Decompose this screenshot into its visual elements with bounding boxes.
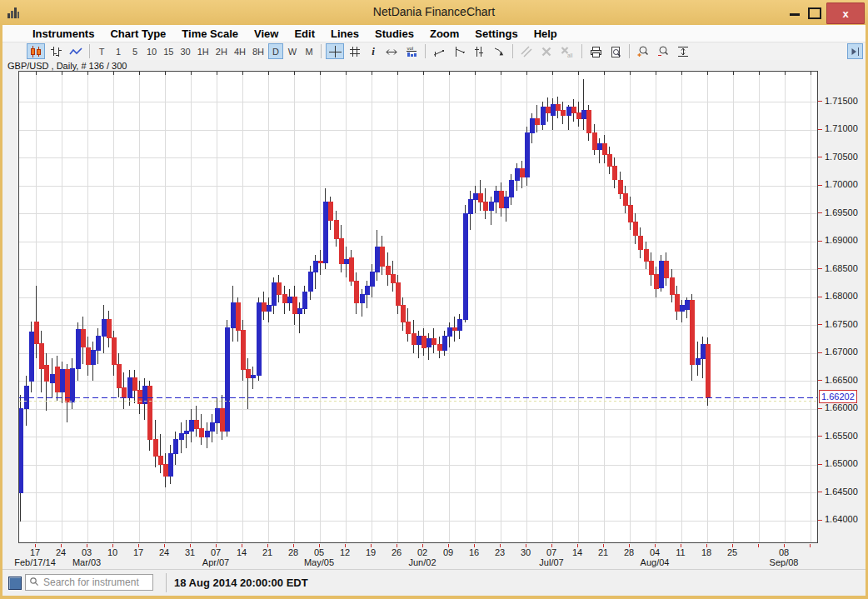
price-tick-label: 1.67000 — [825, 347, 858, 357]
line-chart-button[interactable] — [67, 43, 85, 59]
instrument-search-box[interactable] — [25, 574, 153, 591]
zoom-out-button[interactable] — [654, 43, 672, 59]
interval-15-button[interactable]: 15 — [161, 43, 176, 59]
candlestick-plot[interactable] — [18, 71, 818, 543]
interval-1h-button[interactable]: 1H — [195, 43, 212, 59]
interval-w-button[interactable]: W — [285, 43, 300, 59]
price-tick-label: 1.68500 — [825, 263, 858, 273]
price-tick-label: 1.70000 — [825, 179, 858, 189]
menu-item-lines[interactable]: Lines — [327, 27, 362, 41]
toolbar-separator — [321, 44, 322, 58]
menu-bar: InstrumentsChart TypeTime ScaleViewEditL… — [2, 25, 866, 42]
time-tick-day-label: 28 — [288, 547, 298, 557]
time-tick-day-label: 28 — [624, 547, 634, 557]
price-tick-label: 1.68000 — [825, 291, 858, 301]
pin-panel-button[interactable] — [847, 43, 863, 59]
price-tick-label: 1.65500 — [825, 431, 858, 441]
quote-timestamp: 18 Aug 2014 20:00:00 EDT — [174, 577, 308, 589]
menu-item-settings[interactable]: Settings — [471, 27, 521, 41]
toolbar-separator — [629, 44, 630, 58]
time-tick-day-label: 19 — [366, 547, 376, 557]
interval-2h-button[interactable]: 2H — [213, 43, 230, 59]
ohlc-bar-chart-button[interactable] — [47, 43, 65, 59]
parallel-lines-button[interactable] — [470, 43, 488, 59]
price-tick — [818, 297, 822, 297]
time-tick — [758, 544, 759, 547]
trend-line-button[interactable] — [430, 43, 448, 59]
delete-selected-button[interactable] — [537, 43, 556, 59]
time-tick-day-label: 07 — [546, 547, 556, 557]
time-axis[interactable]: 17Feb/17/142403Mar/031017243107Apr/07142… — [18, 544, 860, 569]
crosshair-button[interactable] — [326, 43, 344, 59]
interval-10-button[interactable]: 10 — [144, 43, 159, 59]
time-tick-day-label: 10 — [107, 547, 117, 557]
time-tick-day-label: 21 — [598, 547, 608, 557]
price-tick — [818, 101, 822, 102]
grid-button[interactable] — [346, 43, 364, 59]
menu-item-studies[interactable]: Studies — [372, 27, 417, 41]
price-tick — [818, 241, 822, 242]
interval-30-button[interactable]: 30 — [178, 43, 193, 59]
delete-all-button[interactable]: all — [557, 43, 577, 59]
maximize-button[interactable] — [808, 7, 821, 19]
interval-4h-button[interactable]: 4H — [232, 43, 248, 59]
price-tick — [818, 185, 822, 186]
menu-item-time-scale[interactable]: Time Scale — [178, 27, 242, 41]
chart-panel: GBP/USD , Daily, # 136 / 300 1.66202 1.7… — [2, 60, 866, 569]
menu-item-help[interactable]: Help — [531, 27, 561, 41]
time-tick-day-label: 17 — [133, 547, 143, 557]
menu-item-edit[interactable]: Edit — [291, 27, 318, 41]
price-tick-label: 1.69000 — [825, 235, 858, 245]
price-tick — [818, 408, 822, 409]
interval-m-button[interactable]: M — [302, 43, 317, 59]
fit-vertical-button[interactable] — [674, 43, 692, 59]
price-tick-label: 1.67500 — [825, 319, 858, 329]
menu-item-view[interactable]: View — [251, 27, 282, 41]
interval-t-button[interactable]: T — [94, 43, 109, 59]
time-tick-day-label: 23 — [495, 547, 505, 557]
time-tick-day-label: 21 — [262, 547, 272, 557]
search-input[interactable] — [42, 576, 149, 589]
price-tick — [818, 492, 822, 492]
info-button[interactable]: i — [366, 43, 381, 59]
interval-8h-button[interactable]: 8H — [250, 43, 267, 59]
zoom-in-button[interactable] — [634, 43, 652, 59]
connection-status-icon — [8, 577, 22, 590]
title-bar: NetDania FinanceChart x — [0, 0, 868, 25]
candlestick-chart-button[interactable] — [27, 43, 45, 59]
print-button[interactable] — [586, 43, 605, 59]
minimize-button[interactable] — [790, 13, 800, 16]
price-axis[interactable]: 1.66202 1.715001.710001.705001.700001.69… — [818, 71, 866, 543]
price-tick-label: 1.69500 — [825, 207, 858, 217]
menu-item-chart-type[interactable]: Chart Type — [107, 27, 169, 41]
last-price-tag: 1.66202 — [819, 390, 857, 403]
price-tick — [818, 436, 822, 437]
interval-5-button[interactable]: 5 — [127, 43, 142, 59]
print-preview-button[interactable] — [606, 43, 625, 59]
time-tick-day-label: 02 — [417, 547, 427, 557]
price-tick-label: 1.70500 — [825, 152, 858, 162]
pointer-arrow-button[interactable] — [490, 43, 508, 59]
interval-1-button[interactable]: 1 — [111, 43, 126, 59]
time-tick-day-label: 30 — [521, 547, 531, 557]
toolbar-separator — [425, 44, 426, 58]
price-tick-label: 1.66000 — [825, 402, 858, 412]
close-icon: x — [842, 7, 848, 20]
interval-d-button[interactable]: D — [268, 43, 283, 59]
time-tick-day-label: 11 — [676, 547, 685, 557]
toolbar-separator — [581, 44, 582, 58]
time-tick-day-label: 31 — [185, 547, 195, 557]
time-tick-day-label: 18 — [701, 547, 711, 557]
price-tick-label: 1.65000 — [825, 458, 858, 468]
menu-item-instruments[interactable]: Instruments — [29, 27, 97, 41]
menu-item-zoom[interactable]: Zoom — [427, 27, 462, 41]
trend-line-angle-button[interactable] — [450, 43, 468, 59]
close-button[interactable]: x — [826, 2, 865, 24]
horizontal-expand-button[interactable] — [382, 43, 401, 59]
angle-lines-button[interactable] — [517, 43, 536, 59]
time-tick-day-label: 25 — [727, 547, 737, 557]
instrument-label: GBP/USD , Daily, # 136 / 300 — [7, 61, 127, 71]
time-tick-month-label: Mar/03 — [72, 557, 101, 567]
time-tick-month-label: Apr/07 — [202, 557, 229, 567]
volume-button[interactable]: vol — [402, 43, 421, 59]
